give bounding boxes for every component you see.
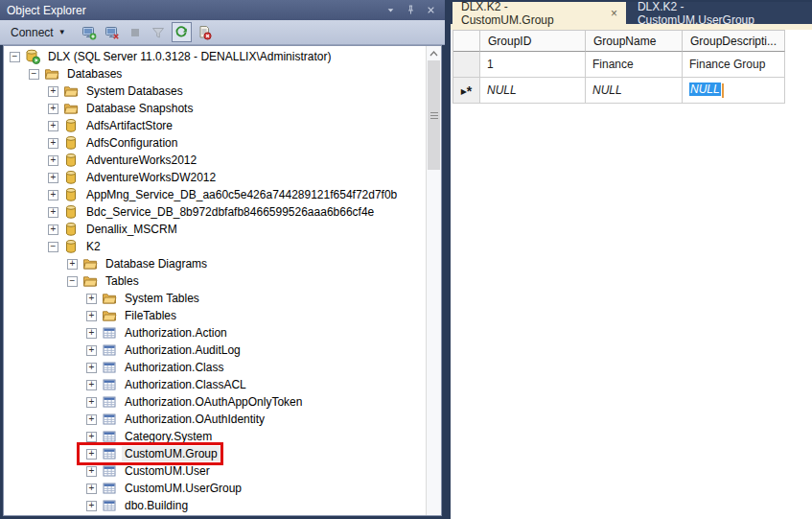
pin-icon[interactable] <box>404 3 418 17</box>
expand-icon[interactable]: + <box>48 86 58 97</box>
object-explorer-tree: −DLX (SQL Server 11.0.3128 - DENALLIX\Ad… <box>4 46 426 515</box>
row-selector[interactable]: ▶* <box>453 78 480 104</box>
tree-item-system-tables[interactable]: +System Tables <box>4 290 426 307</box>
expand-icon[interactable]: + <box>86 380 97 390</box>
tree-item-customum-user[interactable]: +CustomUM.User <box>4 462 426 480</box>
expand-icon[interactable]: + <box>86 484 97 494</box>
tab-dlx-k2-customum-usergroup[interactable]: DLX.K2 - CustomUM.UserGroup <box>626 2 812 24</box>
tab-dlx-k2-customum-group[interactable]: DLX.K2 - CustomUM.Group× <box>452 2 626 24</box>
collapse-icon[interactable]: − <box>48 242 58 252</box>
column-header-groupname[interactable]: GroupName <box>586 31 683 52</box>
tree-item-denallix-mscrm[interactable]: +Denallix_MSCRM <box>4 221 426 238</box>
scrollbar-grip <box>430 112 438 119</box>
tree-item-system-databases[interactable]: +System Databases <box>4 83 426 100</box>
column-header-groupid[interactable]: GroupID <box>480 31 586 52</box>
tree-item-authorization-classacl[interactable]: +Authorization.ClassACL <box>4 376 426 393</box>
expand-icon[interactable]: + <box>86 414 97 425</box>
column-header-groupdescripti[interactable]: GroupDescripti... <box>683 31 785 52</box>
collapse-icon[interactable]: − <box>10 52 20 62</box>
table-icon <box>102 325 117 341</box>
expand-icon[interactable]: + <box>48 173 58 183</box>
tree-item-appmng-service-db-aa60c5e426a744289121f654f72d7f0b[interactable]: +AppMng_Service_DB_aa60c5e426a744289121f… <box>4 186 426 203</box>
cell-groupdescripti-row0[interactable]: Finance Group <box>683 52 785 78</box>
tree-item-label: Authorization.OAuthIdentity <box>122 412 267 427</box>
expand-icon[interactable]: + <box>48 138 58 149</box>
expand-icon[interactable]: + <box>48 224 58 235</box>
expand-icon[interactable]: + <box>67 259 78 270</box>
tree-item-adfsartifactstore[interactable]: +AdfsArtifactStore <box>4 117 426 134</box>
tree-item-label: Database Snapshots <box>83 101 196 116</box>
expand-icon[interactable]: + <box>86 294 97 304</box>
tree-item-database-diagrams[interactable]: +Database Diagrams <box>4 255 426 272</box>
refresh-icon[interactable] <box>172 22 192 42</box>
close-icon[interactable] <box>424 3 438 17</box>
scrollbar-up-icon[interactable] <box>427 46 441 60</box>
tree-item-customum-group[interactable]: +CustomUM.Group <box>4 445 426 462</box>
table-icon <box>102 394 117 410</box>
filter-icon[interactable] <box>149 22 169 42</box>
tree-item-authorization-class[interactable]: +Authorization.Class <box>4 359 426 376</box>
data-grid-body: GroupIDGroupNameGroupDescripti...1Financ… <box>453 31 785 104</box>
column-header-row-selector[interactable] <box>453 31 480 52</box>
cell-groupid-row1[interactable]: NULL <box>480 78 586 104</box>
tree-item-label: System Databases <box>83 83 186 99</box>
tree-item-authorization-oauthidentity[interactable]: +Authorization.OAuthIdentity <box>4 411 426 428</box>
text-caret <box>722 83 724 98</box>
row-selector[interactable] <box>453 52 480 78</box>
tree-item-dbo-building[interactable]: +dbo.Building <box>4 497 426 514</box>
tree-item-database-snapshots[interactable]: +Database Snapshots <box>4 100 426 117</box>
tree-scrollbar[interactable] <box>426 46 441 515</box>
tree-item-adventureworks2012[interactable]: +AdventureWorks2012 <box>4 152 426 169</box>
disconnect-script-icon[interactable] <box>195 22 215 42</box>
connect-object-explorer-icon[interactable] <box>80 22 100 42</box>
object-explorer-titlebar[interactable]: Object Explorer <box>0 0 445 20</box>
cell-groupdescripti-row1[interactable]: NULL <box>683 78 785 104</box>
expand-icon[interactable]: + <box>48 155 58 166</box>
cell-groupid-row0[interactable]: 1 <box>480 52 586 78</box>
tree-item-bdc-service-db-8b972dbfafb8466599526aaa6b66cf4e[interactable]: +Bdc_Service_DB_8b972dbfafb8466599526aaa… <box>4 203 426 221</box>
tree-item-label: FileTables <box>122 308 179 323</box>
expand-icon[interactable]: + <box>86 466 97 477</box>
tree-item-label: Authorization.OAuthAppOnlyToken <box>122 394 305 410</box>
expand-icon[interactable]: + <box>86 311 97 321</box>
cell-groupname-row0[interactable]: Finance <box>586 52 683 78</box>
scrollbar-thumb[interactable] <box>428 60 440 170</box>
expand-icon[interactable]: + <box>48 104 58 114</box>
grid-header-row: GroupIDGroupNameGroupDescripti... <box>453 31 785 52</box>
server-icon <box>25 49 40 64</box>
tree-item-authorization-action[interactable]: +Authorization.Action <box>4 324 426 342</box>
chevron-down-icon[interactable] <box>383 3 398 17</box>
database-icon <box>63 239 79 254</box>
expand-icon[interactable]: + <box>86 363 97 373</box>
tree-item-databases[interactable]: −Databases <box>4 65 426 83</box>
expand-icon[interactable]: + <box>86 345 97 356</box>
tree-item-authorization-auditlog[interactable]: +Authorization.AuditLog <box>4 342 426 359</box>
tree-item-authorization-oauthapponlytoken[interactable]: +Authorization.OAuthAppOnlyToken <box>4 393 426 411</box>
tree-item-adventureworksdw2012[interactable]: +AdventureWorksDW2012 <box>4 169 426 186</box>
connect-button[interactable]: Connect ▼ <box>7 25 70 40</box>
table-row: ▶*NULLNULLNULL <box>453 78 785 104</box>
tree-item-customum-usergroup[interactable]: +CustomUM.UserGroup <box>4 480 426 497</box>
tree-item-filetables[interactable]: +FileTables <box>4 307 426 324</box>
expand-icon[interactable]: + <box>86 328 97 339</box>
expand-icon[interactable]: + <box>48 190 58 201</box>
collapse-icon[interactable]: − <box>67 276 78 287</box>
expand-icon[interactable]: + <box>86 432 97 442</box>
disconnect-icon[interactable] <box>103 22 123 42</box>
cell-groupname-row1[interactable]: NULL <box>586 78 683 104</box>
collapse-icon[interactable]: − <box>29 69 39 80</box>
tree-item-adfsconfiguration[interactable]: +AdfsConfiguration <box>4 134 426 152</box>
tree-item-k2[interactable]: −K2 <box>4 238 426 255</box>
tree-item-label: DLX (SQL Server 11.0.3128 - DENALLIX\Adm… <box>45 49 334 64</box>
expand-icon[interactable]: + <box>86 501 97 511</box>
tree-item-tables[interactable]: −Tables <box>4 272 426 290</box>
expand-icon[interactable]: + <box>86 397 97 408</box>
expand-icon[interactable]: + <box>48 121 58 131</box>
stop-icon[interactable] <box>126 22 146 42</box>
tree-item-dlx-sql-server-11-0-3128-denallix-administrator[interactable]: −DLX (SQL Server 11.0.3128 - DENALLIX\Ad… <box>4 48 426 65</box>
selected-cell-text: NULL <box>689 83 721 96</box>
close-icon[interactable]: × <box>611 7 617 20</box>
chevron-down-icon: ▼ <box>58 28 66 36</box>
tree-item-label: Bdc_Service_DB_8b972dbfafb8466599526aaa6… <box>83 204 377 220</box>
expand-icon[interactable]: + <box>48 207 58 218</box>
